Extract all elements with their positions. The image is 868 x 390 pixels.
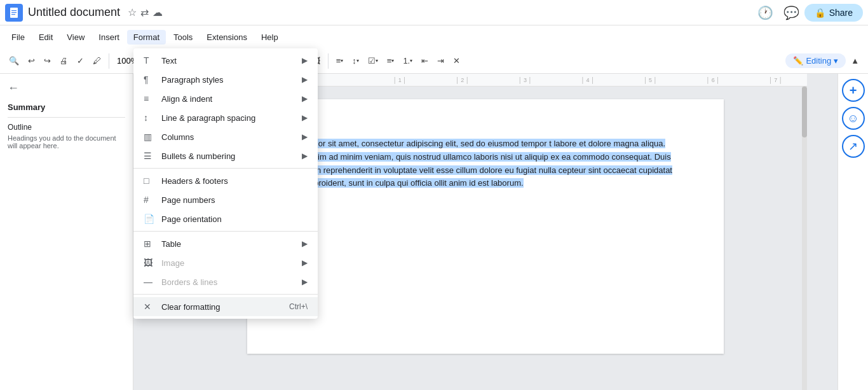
format-columns-label: Columns xyxy=(161,132,194,142)
format-menu-columns[interactable]: ▥ Columns ▶ xyxy=(133,127,318,146)
format-menu-table[interactable]: ⊞ Table ▶ xyxy=(133,234,318,253)
format-menu-clear-formatting[interactable]: ✕ Clear formatting Ctrl+\ xyxy=(133,297,318,316)
numbered-list-button[interactable]: 1.▾ xyxy=(399,53,416,68)
format-table-label: Table xyxy=(161,239,181,249)
main-layout: ← Summary Outline Headings you add to th… xyxy=(0,74,868,390)
format-menu-line-spacing[interactable]: ↕ Line & paragraph spacing ▶ xyxy=(133,108,318,127)
line-spacing-menu-icon: ↕ xyxy=(144,113,156,123)
align-button[interactable]: ≡▾ xyxy=(332,53,348,68)
cloud-icon[interactable]: ☁ xyxy=(153,6,163,18)
editing-mode-button[interactable]: ✏️ Editing ▾ xyxy=(785,53,846,68)
spellcheck-button[interactable]: ✓ xyxy=(73,53,88,68)
redo-button[interactable]: ↪ xyxy=(40,53,55,68)
format-menu-align-indent[interactable]: ≡ Align & indent ▶ xyxy=(133,89,318,108)
indent-increase-button[interactable]: ⇥ xyxy=(433,53,448,68)
menu-edit[interactable]: Edit xyxy=(32,30,59,45)
format-menu-page-numbers[interactable]: # Page numbers xyxy=(133,190,318,209)
paragraph-styles-icon: ¶ xyxy=(144,74,156,85)
menu-help[interactable]: Help xyxy=(255,30,285,45)
format-image-label: Image xyxy=(161,258,184,268)
format-menu-paragraph-styles[interactable]: ¶ Paragraph styles ▶ xyxy=(133,70,318,89)
emoji-button[interactable]: ☺ xyxy=(842,107,865,130)
sidebar-outline-label: Outline xyxy=(8,123,125,132)
sidebar-back-button[interactable]: ← xyxy=(8,81,125,95)
svg-rect-2 xyxy=(11,12,17,13)
format-menu-text[interactable]: T Text ▶ xyxy=(133,51,318,70)
format-text-label: Text xyxy=(161,56,177,66)
format-page-orientation-label: Page orientation xyxy=(161,214,222,224)
format-dropdown-menu: T Text ▶ ¶ Paragraph styles ▶ ≡ Align & … xyxy=(133,48,318,319)
scrollbar-thumb[interactable] xyxy=(802,87,807,137)
format-align-indent-label: Align & indent xyxy=(161,94,212,104)
collapse-toolbar-button[interactable]: ▲ xyxy=(847,53,863,68)
clear-formatting-shortcut: Ctrl+\ xyxy=(289,302,308,311)
format-menu-page-orientation[interactable]: 📄 Page orientation xyxy=(133,209,318,228)
format-line-spacing-label: Line & paragraph spacing xyxy=(161,113,255,123)
format-clear-formatting-label: Clear formatting xyxy=(161,302,220,312)
share-label: Share xyxy=(829,8,853,18)
menu-format[interactable]: Format xyxy=(127,30,166,45)
format-borders-lines-label: Borders & lines xyxy=(161,277,217,287)
format-page-numbers-label: Page numbers xyxy=(161,195,215,205)
undo-button[interactable]: ↩ xyxy=(24,53,39,68)
chat-icon[interactable]: 💬 xyxy=(783,5,799,20)
clear-format-button[interactable]: ✕ xyxy=(449,53,464,68)
line-spacing-button[interactable]: ↕▾ xyxy=(348,53,363,68)
text-arrow-icon: ▶ xyxy=(302,56,308,65)
format-menu-image[interactable]: 🖼 Image ▶ xyxy=(133,253,318,272)
editing-arrow-icon: ▾ xyxy=(834,56,838,66)
bullets-arrow-icon: ▶ xyxy=(302,151,308,160)
scrollbar[interactable] xyxy=(802,87,807,390)
format-menu-headers-footers[interactable]: □ Headers & footers xyxy=(133,171,318,190)
share-button[interactable]: 🔒 Share xyxy=(804,4,863,22)
menu-extensions[interactable]: Extensions xyxy=(200,30,254,45)
text-icon: T xyxy=(144,55,156,66)
menu-tools[interactable]: Tools xyxy=(167,30,199,45)
borders-lines-arrow-icon: ▶ xyxy=(302,277,308,286)
toolbar-divider-5 xyxy=(328,53,329,69)
format-divider-2 xyxy=(133,231,318,232)
indent-decrease-button[interactable]: ⇤ xyxy=(417,53,432,68)
borders-lines-icon: — xyxy=(144,277,156,287)
move-icon[interactable]: ⇄ xyxy=(140,6,149,18)
headers-footers-icon: □ xyxy=(144,176,156,186)
columns-arrow-icon: ▶ xyxy=(302,132,308,141)
sidebar-outline-hint: Headings you add to the document will ap… xyxy=(8,134,125,150)
title-bar: Untitled document ☆ ⇄ ☁ 🕐 💬 🔒 Share xyxy=(0,0,868,25)
menu-insert[interactable]: Insert xyxy=(92,30,126,45)
print-button[interactable]: 🖨 xyxy=(56,53,72,68)
selected-text: m dolor sit amet, consectetur adipiscing… xyxy=(298,139,672,188)
svg-rect-3 xyxy=(11,14,15,15)
format-headers-footers-label: Headers & footers xyxy=(161,176,228,186)
page-orientation-icon: 📄 xyxy=(144,214,156,224)
add-button[interactable]: + xyxy=(842,79,865,102)
checklist-button[interactable]: ☑▾ xyxy=(364,53,382,68)
star-icon[interactable]: ☆ xyxy=(128,6,137,18)
clear-formatting-icon: ✕ xyxy=(144,302,156,312)
search-button[interactable]: 🔍 xyxy=(5,53,23,68)
right-panel: + ☺ ↗ xyxy=(837,74,868,390)
editing-label: Editing xyxy=(806,56,831,66)
bullets-icon: ☰ xyxy=(144,151,156,161)
paint-format-button[interactable]: 🖊 xyxy=(89,53,105,68)
sidebar: ← Summary Outline Headings you add to th… xyxy=(0,74,133,390)
toolbar: 🔍 ↩ ↪ 🖨 ✓ 🖊 100% 11 ▲ ▼ B I U A▾ 🖊▾ 🔗 💬 … xyxy=(0,48,868,74)
columns-icon: ▥ xyxy=(144,132,156,142)
table-arrow-icon: ▶ xyxy=(302,239,308,248)
doc-title: Untitled document xyxy=(28,6,120,19)
doc-page-content[interactable]: m dolor sit amet, consectetur adipiscing… xyxy=(247,99,724,354)
app-icon xyxy=(5,4,23,22)
menu-view[interactable]: View xyxy=(60,30,91,45)
format-menu-borders-lines[interactable]: — Borders & lines ▶ xyxy=(133,272,318,291)
share-panel-button[interactable]: ↗ xyxy=(842,135,865,158)
table-icon: ⊞ xyxy=(144,239,156,249)
menu-file[interactable]: File xyxy=(5,30,31,45)
list-button[interactable]: ≡▾ xyxy=(383,53,398,68)
line-spacing-arrow-icon: ▶ xyxy=(302,113,308,122)
format-menu-bullets[interactable]: ☰ Bullets & numbering ▶ xyxy=(133,146,318,165)
history-icon[interactable]: 🕐 xyxy=(757,5,773,20)
doc-text[interactable]: m dolor sit amet, consectetur adipiscing… xyxy=(298,137,673,190)
format-paragraph-styles-label: Paragraph styles xyxy=(161,75,224,85)
menu-bar: File Edit View Insert Format Tools Exten… xyxy=(0,25,868,48)
editing-pencil-icon: ✏️ xyxy=(793,56,803,66)
